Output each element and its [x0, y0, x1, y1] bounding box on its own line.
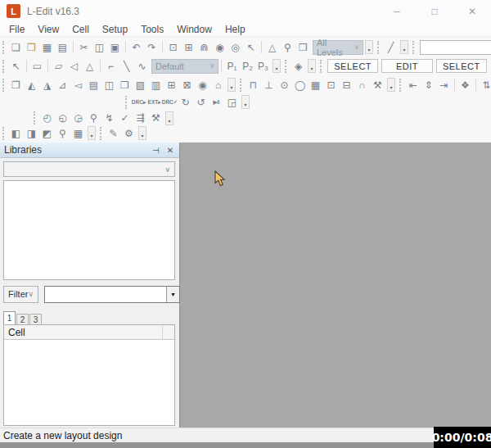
polygon-any-tool-icon[interactable]: △: [83, 59, 97, 73]
menu-setup[interactable]: Setup: [96, 24, 134, 35]
rotate-ccw-icon[interactable]: ◭: [25, 78, 38, 92]
cell-list[interactable]: Cell: [3, 324, 175, 426]
locator-field[interactable]: [420, 40, 491, 55]
cell-list-header[interactable]: Cell: [4, 325, 174, 340]
wire-45-tool-icon[interactable]: ╲: [119, 59, 133, 73]
polygon-45-tool-icon[interactable]: ◁: [67, 59, 81, 73]
draw-angle-icon[interactable]: ╱: [384, 40, 398, 54]
find-previous-icon[interactable]: ◎: [228, 40, 242, 54]
angle-dropdown-nub[interactable]: ▾: [400, 40, 408, 54]
contact-tool-icon[interactable]: ⊟: [340, 78, 354, 92]
toolbar-grip[interactable]: [377, 41, 380, 54]
filter-combo[interactable]: Filter ∨: [3, 286, 38, 303]
library-list[interactable]: [3, 180, 175, 280]
cut-icon[interactable]: ✂: [77, 40, 91, 54]
generator-tool-icon[interactable]: ⚒: [371, 78, 385, 92]
toolbar-grip[interactable]: [2, 79, 5, 92]
menu-file[interactable]: File: [2, 24, 31, 35]
via-tool-icon[interactable]: ⊡: [324, 78, 338, 92]
error-step-icon[interactable]: ▶‖: [209, 95, 223, 109]
verify-check-icon[interactable]: ✓: [118, 111, 132, 125]
zoom-exchange-icon[interactable]: ⊞: [182, 40, 196, 54]
extract-run-icon[interactable]: EXT▸: [147, 95, 161, 109]
toolbar-grip[interactable]: [34, 111, 36, 124]
toolbar-grip[interactable]: [100, 127, 102, 140]
instance-tool-icon[interactable]: ◈: [291, 59, 305, 73]
align-right-icon[interactable]: ⇥: [437, 78, 451, 92]
grow-icon[interactable]: ⊞: [164, 78, 178, 92]
edit-in-place-icon[interactable]: ⌂: [211, 78, 225, 92]
levels-combo[interactable]: All Levels ∨: [313, 40, 363, 55]
libraries-panel-header[interactable]: Libraries ⊤ ✕: [0, 143, 179, 158]
spr-settings-icon[interactable]: ⚒: [149, 111, 163, 125]
probe-icon[interactable]: ⚲: [87, 111, 101, 125]
tee-tool-icon[interactable]: ⊥: [262, 78, 276, 92]
marker-dropdown-nub[interactable]: ▾: [88, 126, 96, 140]
pen-tool-icon[interactable]: ✎: [106, 126, 120, 140]
net-trace-icon[interactable]: ◵: [56, 111, 70, 125]
shrink-icon[interactable]: ⊠: [180, 78, 194, 92]
marker-probe-icon[interactable]: ⚲: [56, 126, 70, 140]
highlight-bulb-icon[interactable]: ↯: [102, 111, 116, 125]
mouse-right-button[interactable]: SELECT: [436, 59, 487, 73]
toolbar-grip[interactable]: [320, 60, 322, 73]
net-highlight-icon[interactable]: ◴: [40, 111, 54, 125]
slice-vertical-icon[interactable]: ◫: [102, 78, 116, 92]
net-clear-icon[interactable]: ◶: [71, 111, 85, 125]
open-file-icon[interactable]: ❐: [25, 40, 38, 54]
redo-icon[interactable]: ↷: [145, 40, 159, 54]
levels-dropdown-nub[interactable]: ▾: [365, 40, 373, 54]
pin-icon[interactable]: ⊤: [151, 145, 160, 155]
mouse-left-button[interactable]: SELECT: [327, 59, 378, 73]
find-icon[interactable]: ⋒: [197, 40, 211, 54]
find-next-icon[interactable]: ◉: [213, 40, 227, 54]
toolbar-grip[interactable]: [2, 60, 5, 73]
pad-tool-icon[interactable]: ⊓: [246, 78, 260, 92]
new-file-icon[interactable]: ❏: [9, 40, 23, 54]
align-center-icon[interactable]: ⇕: [421, 78, 435, 92]
port-box-tool-icon[interactable]: P₁: [225, 59, 239, 73]
marker-table-icon[interactable]: ▦: [71, 126, 85, 140]
error-browser-icon[interactable]: ↻: [178, 95, 192, 109]
tab-2[interactable]: 2: [16, 314, 29, 324]
save-file-icon[interactable]: ▦: [40, 40, 54, 54]
slice-horizontal-icon[interactable]: ▤: [87, 78, 101, 92]
toolbar-grip[interactable]: [399, 79, 402, 92]
menu-help[interactable]: Help: [218, 24, 252, 35]
error-refresh-icon[interactable]: ↺: [194, 95, 208, 109]
flip-vertical-icon[interactable]: ⊿: [56, 78, 70, 92]
object-dropdown-nub[interactable]: ▾: [387, 78, 395, 92]
toolbar-grip[interactable]: [2, 41, 5, 54]
layout-canvas[interactable]: [180, 143, 491, 428]
error-report-icon[interactable]: ◲: [225, 95, 239, 109]
mouse-middle-button[interactable]: EDIT: [381, 59, 432, 73]
toolbar-grip[interactable]: [2, 127, 5, 140]
grid-tool-icon[interactable]: ▦: [309, 78, 322, 92]
menu-cell[interactable]: Cell: [65, 24, 96, 35]
filter-input[interactable]: [45, 287, 166, 302]
verify-dropdown-nub[interactable]: ▾: [241, 95, 250, 109]
ring-tool-icon[interactable]: ◯: [293, 78, 307, 92]
drc-verify-icon[interactable]: DRC✓: [163, 95, 177, 109]
duplicate-view-icon[interactable]: ❒: [296, 40, 310, 54]
instance-dropdown-nub[interactable]: ▾: [308, 59, 316, 73]
pitch-icon[interactable]: ⇅: [480, 78, 491, 92]
pick-icon[interactable]: ↖: [244, 40, 258, 54]
pen-dropdown-nub[interactable]: ▾: [138, 126, 146, 140]
zoom-box-icon[interactable]: ⊡: [166, 40, 180, 54]
menu-view[interactable]: View: [31, 24, 65, 35]
rotate-cw-icon[interactable]: ◮: [40, 78, 54, 92]
select-all-icon[interactable]: ◉: [196, 78, 209, 92]
filter-dropdown-button[interactable]: ▼: [166, 287, 179, 302]
toolbar-grip[interactable]: [240, 79, 242, 92]
menu-window[interactable]: Window: [170, 24, 218, 35]
toolbar-grip[interactable]: [412, 41, 415, 54]
menu-tools[interactable]: Tools: [134, 24, 170, 35]
default-combo[interactable]: Default ∨: [151, 59, 218, 74]
align-left-icon[interactable]: ⇤: [406, 78, 420, 92]
port-dropdown-nub[interactable]: ▾: [273, 59, 281, 73]
wire-90-tool-icon[interactable]: ⌐: [104, 59, 118, 73]
port-default-tool-icon[interactable]: P₃: [256, 59, 270, 73]
minimize-button[interactable]: –: [378, 0, 416, 22]
toolbar-grip[interactable]: [125, 96, 128, 109]
